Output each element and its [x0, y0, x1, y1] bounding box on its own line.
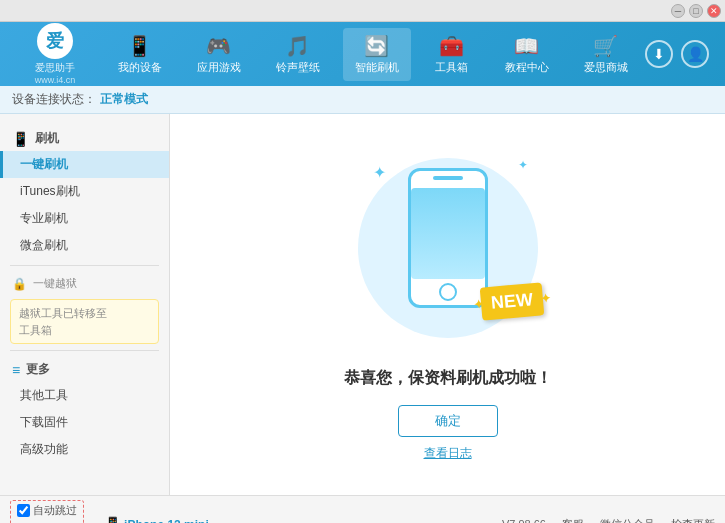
- close-button[interactable]: ✕: [707, 4, 721, 18]
- sidebar-item-one-click-flash[interactable]: 一键刷机: [0, 151, 169, 178]
- nav-items: 📱 我的设备 🎮 应用游戏 🎵 铃声壁纸 🔄 智能刷机 🧰 工具箱 📖 教程中心…: [100, 28, 645, 81]
- phone-device: [408, 168, 488, 308]
- my-device-icon: 📱: [127, 34, 152, 58]
- sidebar-section-flash: 📱 刷机: [0, 126, 169, 151]
- sidebar-item-download-firmware[interactable]: 下载固件: [0, 409, 169, 436]
- sidebar-item-micro-flash[interactable]: 微盒刷机: [0, 232, 169, 259]
- phone-illustration: ✦ ✦ NEW: [348, 148, 548, 348]
- nav-item-ringtones[interactable]: 🎵 铃声壁纸: [264, 28, 332, 81]
- customer-service-link[interactable]: 客服: [562, 517, 584, 524]
- ringtones-icon: 🎵: [285, 34, 310, 58]
- minimize-button[interactable]: ─: [671, 4, 685, 18]
- status-label: 设备连接状态：: [12, 91, 96, 108]
- tutorial-icon: 📖: [514, 34, 539, 58]
- toolbox-icon: 🧰: [439, 34, 464, 58]
- logo-text: 爱思助手 www.i4.cn: [35, 61, 76, 85]
- nav-item-smart-flash[interactable]: 🔄 智能刷机: [343, 28, 411, 81]
- logo-icon: 爱: [37, 23, 73, 59]
- sidebar-item-itunes-flash[interactable]: iTunes刷机: [0, 178, 169, 205]
- auto-jump-checkbox[interactable]: [17, 504, 30, 517]
- sidebar-item-advanced[interactable]: 高级功能: [0, 436, 169, 463]
- sparkle-tr-icon: ✦: [518, 158, 528, 172]
- status-value: 正常模式: [100, 91, 148, 108]
- maximize-button[interactable]: □: [689, 4, 703, 18]
- title-bar: ─ □ ✕: [0, 0, 725, 22]
- status-bar: 设备连接状态： 正常模式: [0, 86, 725, 114]
- sidebar-item-other-tools[interactable]: 其他工具: [0, 382, 169, 409]
- bottom-right-links: V7.98.66 客服 微信公众号 检查更新: [502, 517, 715, 524]
- bottom-row1: 自动跳过 跳过向导 📱 iPhone 12 mini V7.98.66 客服 微…: [10, 500, 715, 523]
- phone-home-btn: [439, 283, 457, 301]
- version-label: V7.98.66: [502, 518, 546, 523]
- success-text: 恭喜您，保资料刷机成功啦！: [344, 368, 552, 389]
- smart-flash-icon: 🔄: [364, 34, 389, 58]
- sidebar-item-pro-flash[interactable]: 专业刷机: [0, 205, 169, 232]
- nav-item-toolbox[interactable]: 🧰 工具箱: [422, 28, 482, 81]
- logo-area: 爱 爱思助手 www.i4.cn: [10, 23, 100, 85]
- secondary-link[interactable]: 查看日志: [424, 445, 472, 462]
- sidebar-section-more: ≡ 更多: [0, 357, 169, 382]
- sidebar-notice: 越狱工具已转移至工具箱: [10, 299, 159, 344]
- more-section-icon: ≡: [12, 362, 20, 378]
- phone-screen: [411, 188, 485, 279]
- sparkle-tl-icon: ✦: [373, 163, 386, 182]
- auto-jump-label[interactable]: 自动跳过: [17, 503, 77, 518]
- apps-games-icon: 🎮: [206, 34, 231, 58]
- device-icon: 📱: [104, 516, 121, 523]
- device-info: 📱 iPhone 12 mini: [104, 516, 209, 523]
- nav-item-my-device[interactable]: 📱 我的设备: [106, 28, 174, 81]
- confirm-button[interactable]: 确定: [398, 405, 498, 437]
- flash-section-icon: 📱: [12, 131, 29, 147]
- store-icon: 🛒: [593, 34, 618, 58]
- checkbox-area: 自动跳过 跳过向导: [10, 500, 84, 523]
- jailbreak-icon: 🔒: [12, 277, 27, 291]
- nav-item-store[interactable]: 🛒 爱思商城: [572, 28, 640, 81]
- nav-header: 爱 爱思助手 www.i4.cn 📱 我的设备 🎮 应用游戏 🎵 铃声壁纸 🔄 …: [0, 22, 725, 86]
- sidebar-section-jailbreak: 🔒 一键越狱: [0, 272, 169, 295]
- sidebar-divider-1: [10, 265, 159, 266]
- wechat-link[interactable]: 微信公众号: [600, 517, 655, 524]
- nav-right-buttons: ⬇ 👤: [645, 40, 715, 68]
- nav-item-tutorial[interactable]: 📖 教程中心: [493, 28, 561, 81]
- sidebar: 📱 刷机 一键刷机 iTunes刷机 专业刷机 微盒刷机 🔒 一键越狱 越狱工具…: [0, 114, 170, 495]
- bottom-bar: 自动跳过 跳过向导 📱 iPhone 12 mini V7.98.66 客服 微…: [0, 495, 725, 523]
- sidebar-divider-2: [10, 350, 159, 351]
- nav-item-apps-games[interactable]: 🎮 应用游戏: [185, 28, 253, 81]
- device-name: iPhone 12 mini: [124, 518, 209, 523]
- content-area: ✦ ✦ NEW 恭喜您，保资料刷机成功啦！ 确定 查看日志: [170, 114, 725, 495]
- user-button[interactable]: 👤: [681, 40, 709, 68]
- new-badge: NEW: [479, 282, 544, 320]
- main-content: 📱 刷机 一键刷机 iTunes刷机 专业刷机 微盒刷机 🔒 一键越狱 越狱工具…: [0, 114, 725, 495]
- check-update-link[interactable]: 检查更新: [671, 517, 715, 524]
- download-button[interactable]: ⬇: [645, 40, 673, 68]
